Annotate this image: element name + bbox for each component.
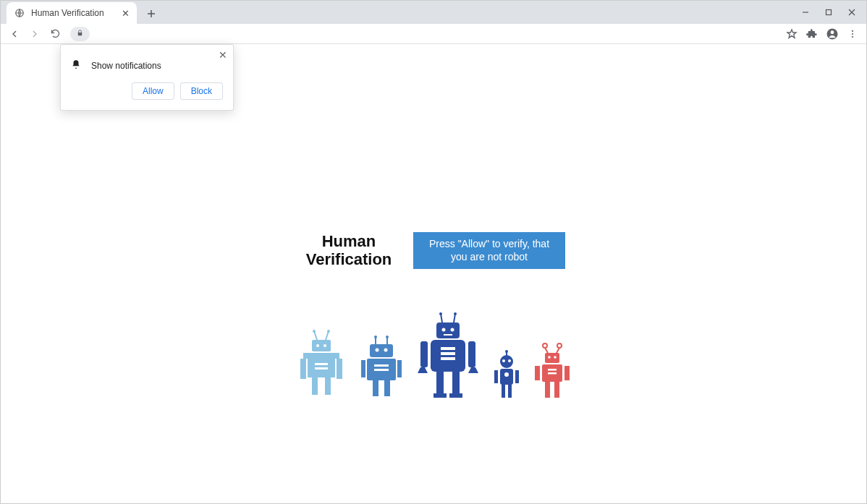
robot-icon <box>493 349 520 399</box>
new-tab-button[interactable] <box>141 4 161 24</box>
svg-rect-1 <box>826 10 832 15</box>
svg-rect-84 <box>548 372 557 375</box>
svg-point-11 <box>852 33 853 34</box>
svg-line-15 <box>314 331 317 340</box>
svg-rect-46 <box>436 323 460 338</box>
svg-point-70 <box>504 372 509 377</box>
minimize-button[interactable] <box>794 2 817 22</box>
close-window-button[interactable] <box>840 2 863 22</box>
svg-rect-67 <box>515 370 519 383</box>
svg-point-44 <box>439 312 442 315</box>
bell-icon <box>71 59 81 72</box>
svg-point-81 <box>548 356 551 359</box>
svg-rect-36 <box>373 380 378 396</box>
svg-point-31 <box>386 336 389 338</box>
svg-rect-53 <box>449 393 462 398</box>
svg-rect-48 <box>420 341 428 367</box>
reload-button[interactable] <box>47 26 63 42</box>
maximize-button[interactable] <box>817 2 840 22</box>
robot-icon <box>296 327 347 399</box>
svg-point-12 <box>852 36 853 38</box>
svg-rect-24 <box>315 363 328 365</box>
svg-point-62 <box>500 355 513 368</box>
svg-rect-52 <box>434 393 447 398</box>
svg-point-82 <box>554 356 557 359</box>
svg-rect-57 <box>441 347 455 350</box>
robot-icon <box>416 312 480 399</box>
address-chip[interactable] <box>70 27 90 41</box>
svg-rect-79 <box>545 382 550 398</box>
svg-rect-21 <box>337 359 342 379</box>
browser-toolbar <box>1 24 866 44</box>
svg-point-30 <box>374 336 377 338</box>
svg-rect-51 <box>452 372 460 395</box>
back-button[interactable] <box>7 26 22 42</box>
svg-rect-69 <box>508 385 512 398</box>
svg-rect-37 <box>384 380 390 396</box>
block-button[interactable]: Block <box>180 82 223 100</box>
menu-icon[interactable] <box>845 26 860 42</box>
svg-rect-34 <box>361 360 365 377</box>
tab-title: Human Verification <box>31 8 116 18</box>
svg-point-54 <box>442 328 446 332</box>
svg-point-9 <box>831 30 834 34</box>
svg-rect-18 <box>303 353 339 359</box>
svg-rect-59 <box>441 357 455 360</box>
svg-point-27 <box>323 344 326 347</box>
notification-popup: ✕ Show notifications Allow Block <box>60 44 234 111</box>
svg-rect-22 <box>312 377 318 395</box>
popup-message: Show notifications <box>91 61 161 71</box>
svg-point-45 <box>454 312 457 315</box>
svg-rect-66 <box>494 370 498 383</box>
svg-rect-47 <box>431 340 465 372</box>
svg-point-72 <box>557 343 562 348</box>
svg-line-74 <box>557 348 559 353</box>
svg-rect-78 <box>564 366 570 380</box>
svg-rect-58 <box>441 352 455 355</box>
svg-rect-25 <box>315 367 328 370</box>
robot-icon <box>533 341 571 399</box>
popup-close-icon[interactable]: ✕ <box>219 49 227 61</box>
svg-point-10 <box>852 30 853 31</box>
svg-rect-40 <box>374 364 389 367</box>
svg-point-39 <box>384 349 388 352</box>
svg-rect-23 <box>325 377 331 395</box>
page-headline: Human Verification <box>302 233 396 268</box>
page-content: ✕ Show notifications Allow Block Human V… <box>1 44 866 503</box>
svg-point-38 <box>376 349 379 352</box>
globe-icon <box>14 7 25 19</box>
profile-icon[interactable] <box>824 26 840 42</box>
svg-rect-50 <box>436 372 444 395</box>
svg-point-63 <box>502 359 505 362</box>
svg-rect-41 <box>374 369 389 371</box>
svg-rect-68 <box>502 385 505 398</box>
extensions-icon[interactable] <box>804 26 820 42</box>
lock-icon <box>76 29 84 39</box>
svg-point-55 <box>451 328 454 332</box>
bookmark-star-icon[interactable] <box>784 26 800 42</box>
svg-line-73 <box>545 348 548 353</box>
instruction-banner: Press "Allow" to verify, that you are no… <box>413 232 565 269</box>
svg-point-71 <box>543 343 547 348</box>
svg-point-26 <box>316 344 319 347</box>
svg-rect-32 <box>370 344 393 357</box>
svg-rect-75 <box>545 353 559 363</box>
browser-tab[interactable]: Human Verification ✕ <box>7 2 137 24</box>
svg-rect-35 <box>397 360 402 377</box>
svg-point-64 <box>508 359 511 362</box>
verification-panel: Human Verification Press "Allow" to veri… <box>216 232 651 399</box>
allow-button[interactable]: Allow <box>132 82 174 100</box>
svg-rect-80 <box>554 382 559 398</box>
svg-rect-83 <box>548 369 557 371</box>
svg-rect-49 <box>468 341 475 367</box>
svg-rect-7 <box>78 33 83 35</box>
robots-graphic <box>216 312 651 399</box>
svg-rect-17 <box>312 340 331 351</box>
svg-line-16 <box>326 331 329 340</box>
svg-rect-56 <box>444 334 452 336</box>
svg-rect-77 <box>535 366 540 380</box>
svg-rect-20 <box>300 359 306 379</box>
robot-icon <box>360 336 403 399</box>
close-tab-icon[interactable]: ✕ <box>122 8 130 19</box>
forward-button[interactable] <box>27 26 43 42</box>
